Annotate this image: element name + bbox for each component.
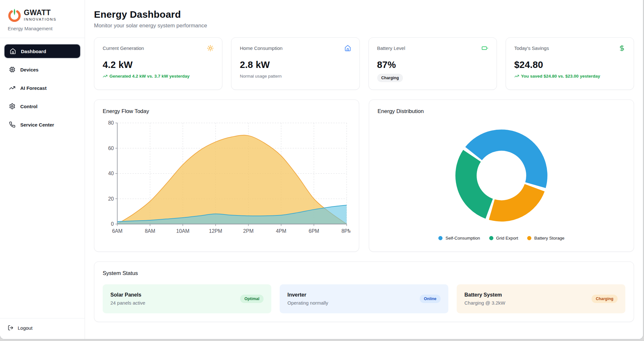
svg-text:6AM: 6AM bbox=[112, 228, 122, 234]
sidebar-nav: DashboardDevicesAI ForecastControlServic… bbox=[0, 38, 85, 138]
status-tile-badge: Charging bbox=[592, 295, 618, 303]
svg-text:2PM: 2PM bbox=[243, 228, 253, 234]
stat-value: 4.2 kW bbox=[103, 60, 214, 70]
stat-icon-wrap bbox=[344, 45, 351, 52]
legend-label: Grid Export bbox=[496, 236, 518, 241]
legend-label: Battery Storage bbox=[534, 236, 565, 241]
stat-card-today-s-savings: Today's Savings$24.80You saved $24.80 vs… bbox=[506, 37, 634, 90]
donut-legend: Self-ConsumptionGrid ExportBattery Stora… bbox=[378, 234, 625, 243]
sidebar-item-label: AI Forecast bbox=[20, 85, 47, 91]
legend-label: Self-Consumption bbox=[445, 236, 480, 241]
stat-label: Home Consumption bbox=[240, 45, 283, 51]
stat-value: 2.8 kW bbox=[240, 60, 351, 70]
dollar-icon bbox=[619, 45, 625, 52]
status-tile-detail: Operating normally bbox=[287, 300, 328, 306]
energy-flow-card: Energy Flow Today 0204060806AM8AM10AM12P… bbox=[94, 99, 359, 252]
sun-icon bbox=[207, 45, 214, 52]
trending-up-icon bbox=[514, 74, 519, 79]
svg-text:0: 0 bbox=[111, 221, 114, 227]
svg-text:10AM: 10AM bbox=[176, 228, 189, 234]
system-status-title: System Status bbox=[103, 270, 625, 277]
svg-text:6PM: 6PM bbox=[309, 228, 319, 234]
brand-tagline: Energy Management bbox=[8, 26, 77, 31]
stat-cards-row: Current Generation4.2 kWGenerated 4.2 kW… bbox=[94, 37, 634, 90]
energy-flow-title: Energy Flow Today bbox=[103, 108, 350, 115]
energy-distribution-donut bbox=[454, 128, 548, 223]
svg-text:40: 40 bbox=[108, 171, 114, 176]
donut-wrap bbox=[378, 115, 625, 234]
sidebar-item-devices[interactable]: Devices bbox=[4, 62, 81, 77]
legend-item-grid-export: Grid Export bbox=[489, 236, 518, 241]
system-status-grid: Solar Panels24 panels activeOptimalInver… bbox=[103, 284, 625, 313]
brand-block: GWATT INNOVATIONS Energy Management bbox=[0, 0, 85, 38]
stat-badge-row: Charging bbox=[377, 74, 488, 82]
logout-label: Logout bbox=[18, 325, 33, 331]
svg-text:20: 20 bbox=[108, 196, 114, 202]
stat-icon-wrap bbox=[481, 45, 488, 52]
svg-text:8PM: 8PM bbox=[341, 228, 350, 234]
energy-distribution-card: Energy Distribution Self-ConsumptionGrid… bbox=[369, 99, 634, 252]
sidebar-item-control[interactable]: Control bbox=[4, 99, 81, 114]
charts-row: Energy Flow Today 0204060806AM8AM10AM12P… bbox=[94, 99, 634, 252]
status-tile-badge: Optimal bbox=[240, 295, 264, 303]
sidebar: GWATT INNOVATIONS Energy Management Dash… bbox=[0, 0, 85, 339]
donut-segment-self-consumption bbox=[474, 140, 537, 185]
sidebar-item-service-center[interactable]: Service Center bbox=[4, 117, 81, 132]
logout-icon bbox=[8, 325, 14, 331]
trending-up-icon bbox=[103, 74, 107, 79]
home-icon bbox=[344, 45, 351, 52]
main-content: Energy Dashboard Monitor your solar ener… bbox=[85, 0, 643, 339]
page-title: Energy Dashboard bbox=[94, 9, 634, 20]
status-tile-solar-panels: Solar Panels24 panels activeOptimal bbox=[103, 284, 271, 313]
status-badge: Charging bbox=[377, 74, 403, 82]
page-subtitle: Monitor your solar energy system perform… bbox=[94, 23, 634, 29]
battery-icon bbox=[481, 45, 488, 52]
stat-trend-text: You saved $24.80 vs. $23.00 yesterday bbox=[514, 74, 625, 79]
stat-icon-wrap bbox=[619, 45, 625, 52]
svg-text:8AM: 8AM bbox=[145, 228, 155, 234]
system-status-card: System Status Solar Panels24 panels acti… bbox=[94, 261, 634, 322]
home-icon bbox=[10, 48, 16, 54]
brand-subname: INNOVATIONS bbox=[24, 17, 57, 21]
sidebar-item-dashboard[interactable]: Dashboard bbox=[4, 44, 81, 59]
stat-card-current-generation: Current Generation4.2 kWGenerated 4.2 kW… bbox=[94, 37, 222, 90]
status-tile-name: Inverter bbox=[287, 292, 328, 298]
sidebar-item-ai-forecast[interactable]: AI Forecast bbox=[4, 81, 81, 95]
svg-text:12PM: 12PM bbox=[209, 228, 222, 234]
stat-card-home-consumption: Home Consumption2.8 kWNormal usage patte… bbox=[231, 37, 359, 90]
stat-card-battery-level: Battery Level87%Charging bbox=[369, 37, 497, 90]
brand-name: GWATT bbox=[24, 9, 57, 16]
stat-value: $24.80 bbox=[514, 60, 625, 70]
stat-label: Current Generation bbox=[103, 45, 144, 51]
gear-icon bbox=[9, 103, 15, 109]
trending-up-icon bbox=[9, 85, 15, 91]
stat-label: Battery Level bbox=[377, 45, 406, 51]
logout-button[interactable]: Logout bbox=[8, 325, 33, 331]
energy-dashboard-page: GWATT INNOVATIONS Energy Management Dash… bbox=[0, 0, 644, 341]
chip-icon bbox=[9, 66, 15, 73]
status-tile-badge: Online bbox=[420, 295, 441, 303]
status-tile-name: Battery System bbox=[464, 292, 505, 298]
energy-flow-chart: 0204060806AM8AM10AM12PM2PM4PM6PM8PM bbox=[103, 118, 350, 243]
stat-sub-text: Normal usage pattern bbox=[240, 74, 351, 79]
stat-value: 87% bbox=[377, 60, 488, 70]
gwatt-logo-icon bbox=[8, 8, 21, 22]
status-tile-inverter: InverterOperating normallyOnline bbox=[280, 284, 448, 313]
stat-icon-wrap bbox=[207, 45, 214, 52]
legend-dot bbox=[489, 236, 493, 240]
legend-dot bbox=[527, 236, 531, 240]
donut-segment-battery-storage bbox=[492, 188, 535, 211]
donut-segment-grid-export bbox=[466, 156, 489, 209]
sidebar-item-label: Control bbox=[20, 104, 37, 109]
energy-distribution-title: Energy Distribution bbox=[378, 108, 625, 115]
phone-icon bbox=[9, 121, 15, 128]
status-tile-name: Solar Panels bbox=[110, 292, 145, 298]
legend-dot bbox=[438, 236, 443, 240]
app-window: GWATT INNOVATIONS Energy Management Dash… bbox=[0, 0, 643, 339]
sidebar-footer: Logout bbox=[0, 318, 85, 339]
sidebar-item-label: Dashboard bbox=[21, 49, 46, 54]
status-tile-detail: Charging @ 3.2kW bbox=[464, 300, 505, 306]
svg-text:4PM: 4PM bbox=[276, 228, 286, 234]
sidebar-item-label: Service Center bbox=[20, 122, 54, 128]
svg-text:60: 60 bbox=[108, 146, 114, 151]
